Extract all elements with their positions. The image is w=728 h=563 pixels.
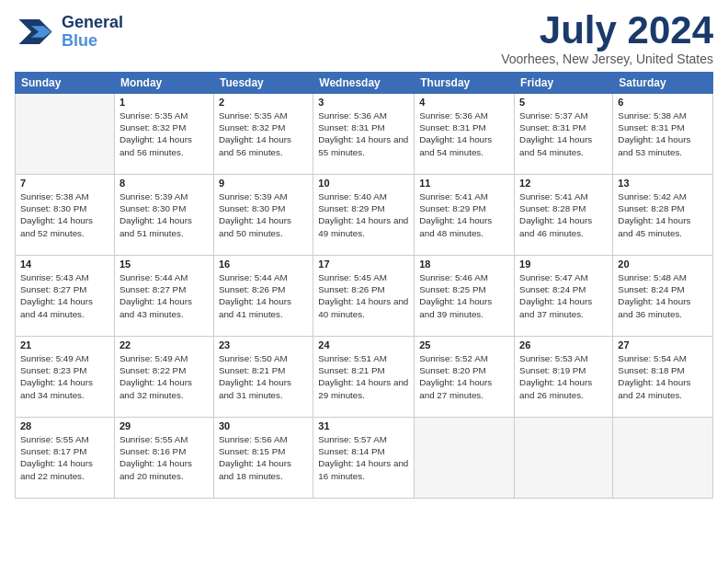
sunrise-text: Sunrise: 5:49 AM: [119, 353, 188, 363]
sunset-text: Sunset: 8:20 PM: [419, 365, 485, 375]
daylight-text: Daylight: 14 hours and 55 minutes.: [318, 134, 408, 156]
day-number: 19: [519, 259, 608, 270]
month-title: July 2024: [501, 11, 713, 50]
day-info: Sunrise: 5:55 AMSunset: 8:16 PMDaylight:…: [119, 433, 209, 482]
sunset-text: Sunset: 8:15 PM: [219, 446, 285, 456]
sunrise-text: Sunrise: 5:38 AM: [618, 110, 687, 121]
day-number: 7: [20, 178, 109, 189]
day-number: 14: [20, 259, 109, 270]
calendar-cell: 30Sunrise: 5:56 AMSunset: 8:15 PMDayligh…: [213, 418, 313, 499]
daylight-text: Daylight: 14 hours and 48 minutes.: [419, 215, 492, 237]
daylight-text: Daylight: 14 hours and 50 minutes.: [219, 215, 291, 237]
sunrise-text: Sunrise: 5:50 AM: [219, 353, 288, 363]
calendar-header-row: SundayMondayTuesdayWednesdayThursdayFrid…: [16, 73, 713, 94]
day-info: Sunrise: 5:41 AMSunset: 8:29 PMDaylight:…: [419, 190, 509, 239]
calendar-week-row: 14Sunrise: 5:43 AMSunset: 8:27 PMDayligh…: [16, 256, 713, 337]
day-info: Sunrise: 5:35 AMSunset: 8:32 PMDaylight:…: [219, 109, 308, 158]
day-info: Sunrise: 5:46 AMSunset: 8:25 PMDaylight:…: [419, 271, 509, 320]
daylight-text: Daylight: 14 hours and 49 minutes.: [318, 215, 408, 237]
daylight-text: Daylight: 14 hours and 16 minutes.: [318, 458, 408, 480]
calendar-cell: 2Sunrise: 5:35 AMSunset: 8:32 PMDaylight…: [213, 94, 313, 175]
day-number: 4: [419, 97, 509, 108]
logo-text: General Blue: [62, 14, 123, 51]
daylight-text: Daylight: 14 hours and 39 minutes.: [419, 296, 492, 318]
calendar-cell: 27Sunrise: 5:54 AMSunset: 8:18 PMDayligh…: [613, 337, 713, 418]
sunrise-text: Sunrise: 5:41 AM: [519, 191, 588, 201]
day-number: 12: [519, 178, 608, 189]
day-info: Sunrise: 5:44 AMSunset: 8:27 PMDaylight:…: [119, 271, 209, 320]
day-number: 10: [318, 178, 409, 189]
sunrise-text: Sunrise: 5:42 AM: [618, 191, 687, 201]
sunrise-text: Sunrise: 5:52 AM: [419, 353, 488, 363]
sunrise-text: Sunrise: 5:55 AM: [20, 434, 89, 444]
header: General Blue July 2024 Voorhees, New Jer…: [15, 11, 713, 66]
page: General Blue July 2024 Voorhees, New Jer…: [0, 0, 728, 506]
sunset-text: Sunset: 8:32 PM: [119, 122, 186, 132]
day-info: Sunrise: 5:49 AMSunset: 8:22 PMDaylight:…: [119, 352, 209, 401]
sunrise-text: Sunrise: 5:47 AM: [519, 272, 588, 282]
calendar-cell: 12Sunrise: 5:41 AMSunset: 8:28 PMDayligh…: [515, 175, 613, 256]
calendar-header-friday: Friday: [515, 73, 613, 94]
sunset-text: Sunset: 8:31 PM: [419, 122, 485, 132]
daylight-text: Daylight: 14 hours and 54 minutes.: [519, 134, 592, 156]
day-number: 29: [119, 420, 209, 431]
daylight-text: Daylight: 14 hours and 45 minutes.: [618, 215, 690, 237]
day-number: 6: [618, 97, 708, 108]
sunset-text: Sunset: 8:31 PM: [618, 122, 684, 132]
daylight-text: Daylight: 14 hours and 26 minutes.: [519, 377, 592, 399]
sunset-text: Sunset: 8:14 PM: [318, 446, 384, 456]
sunrise-text: Sunrise: 5:53 AM: [519, 353, 588, 363]
sunset-text: Sunset: 8:19 PM: [519, 365, 586, 375]
sunrise-text: Sunrise: 5:44 AM: [119, 272, 188, 282]
calendar-cell: 29Sunrise: 5:55 AMSunset: 8:16 PMDayligh…: [114, 418, 213, 499]
sunset-text: Sunset: 8:16 PM: [119, 446, 186, 456]
sunset-text: Sunset: 8:32 PM: [219, 122, 285, 132]
daylight-text: Daylight: 14 hours and 53 minutes.: [618, 134, 690, 156]
daylight-text: Daylight: 14 hours and 51 minutes.: [119, 215, 192, 237]
calendar-table: SundayMondayTuesdayWednesdayThursdayFrid…: [15, 72, 713, 499]
day-info: Sunrise: 5:57 AMSunset: 8:14 PMDaylight:…: [318, 433, 409, 482]
day-info: Sunrise: 5:36 AMSunset: 8:31 PMDaylight:…: [419, 109, 509, 158]
sunrise-text: Sunrise: 5:46 AM: [419, 272, 488, 282]
day-number: 11: [419, 178, 509, 189]
day-number: 9: [219, 178, 308, 189]
sunset-text: Sunset: 8:23 PM: [20, 365, 86, 375]
sunrise-text: Sunrise: 5:35 AM: [219, 110, 288, 121]
day-info: Sunrise: 5:44 AMSunset: 8:26 PMDaylight:…: [219, 271, 308, 320]
day-number: 21: [20, 339, 109, 350]
calendar-week-row: 28Sunrise: 5:55 AMSunset: 8:17 PMDayligh…: [16, 418, 713, 499]
calendar-cell: 31Sunrise: 5:57 AMSunset: 8:14 PMDayligh…: [313, 418, 415, 499]
calendar-cell: 28Sunrise: 5:55 AMSunset: 8:17 PMDayligh…: [16, 418, 115, 499]
day-number: 2: [219, 97, 308, 108]
day-number: 16: [219, 259, 308, 270]
day-info: Sunrise: 5:52 AMSunset: 8:20 PMDaylight:…: [419, 352, 509, 401]
sunset-text: Sunset: 8:18 PM: [618, 365, 684, 375]
day-number: 5: [519, 97, 608, 108]
calendar-cell: 16Sunrise: 5:44 AMSunset: 8:26 PMDayligh…: [213, 256, 313, 337]
sunrise-text: Sunrise: 5:40 AM: [318, 191, 387, 201]
sunrise-text: Sunrise: 5:55 AM: [119, 434, 188, 444]
day-number: 13: [618, 178, 708, 189]
daylight-text: Daylight: 14 hours and 22 minutes.: [20, 458, 93, 480]
sunset-text: Sunset: 8:26 PM: [219, 284, 285, 294]
calendar-header-monday: Monday: [114, 73, 213, 94]
daylight-text: Daylight: 14 hours and 41 minutes.: [219, 296, 291, 318]
calendar-cell: 23Sunrise: 5:50 AMSunset: 8:21 PMDayligh…: [213, 337, 313, 418]
location: Voorhees, New Jersey, United States: [501, 52, 713, 66]
daylight-text: Daylight: 14 hours and 46 minutes.: [519, 215, 592, 237]
calendar-cell: 25Sunrise: 5:52 AMSunset: 8:20 PMDayligh…: [415, 337, 515, 418]
day-number: 28: [20, 420, 109, 431]
logo: General Blue: [15, 11, 123, 52]
day-number: 26: [519, 339, 608, 350]
day-info: Sunrise: 5:56 AMSunset: 8:15 PMDaylight:…: [219, 433, 308, 482]
calendar-cell: [415, 418, 515, 499]
daylight-text: Daylight: 14 hours and 52 minutes.: [20, 215, 93, 237]
daylight-text: Daylight: 14 hours and 32 minutes.: [119, 377, 192, 399]
daylight-text: Daylight: 14 hours and 56 minutes.: [219, 134, 291, 156]
sunrise-text: Sunrise: 5:49 AM: [20, 353, 89, 363]
sunset-text: Sunset: 8:29 PM: [318, 203, 384, 213]
daylight-text: Daylight: 14 hours and 24 minutes.: [618, 377, 690, 399]
day-number: 1: [119, 97, 209, 108]
calendar-cell: 26Sunrise: 5:53 AMSunset: 8:19 PMDayligh…: [515, 337, 613, 418]
sunset-text: Sunset: 8:22 PM: [119, 365, 186, 375]
